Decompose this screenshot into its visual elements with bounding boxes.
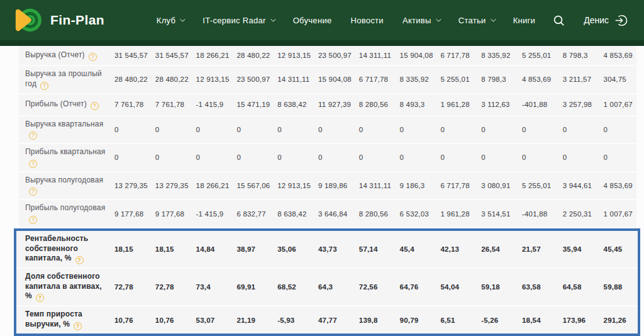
cell-value: 0 <box>522 126 563 133</box>
nav-item-5[interactable]: Активы <box>402 16 440 25</box>
cell-value: 0 <box>318 154 359 161</box>
cell-value: 0 <box>481 126 522 133</box>
row-label: Прибыль полугодовая <box>19 200 114 227</box>
cell-value: 3 257,98 <box>563 101 604 108</box>
cell-value: 0 <box>277 126 318 133</box>
cell-value: 2 250,31 <box>563 210 604 218</box>
cell-value: 14 311,11 <box>277 76 318 83</box>
user-menu[interactable]: Денис <box>584 14 628 27</box>
fin-plan-logo-icon <box>13 7 42 33</box>
cell-value: 15 567,06 <box>236 182 277 189</box>
help-icon[interactable] <box>89 53 97 61</box>
cell-value: 72,56 <box>359 283 400 291</box>
chevron-down-icon <box>436 16 441 21</box>
help-icon[interactable] <box>29 132 37 140</box>
cell-value: 57,14 <box>359 245 400 253</box>
cell-value: 0 <box>604 154 636 161</box>
cell-value: 18,54 <box>522 316 563 324</box>
row-label: Рентабельность собственного капитала, % <box>19 231 114 267</box>
row-label: Темп прироста выручки, % <box>19 306 114 333</box>
table-row: Рентабельность собственного капитала, % … <box>16 231 638 267</box>
cell-value: 8 638,42 <box>277 210 318 218</box>
cell-value: 31 545,57 <box>114 52 155 59</box>
cell-value: 13 279,35 <box>155 182 196 189</box>
cell-value: 21,19 <box>236 316 277 324</box>
help-icon[interactable] <box>40 82 48 90</box>
cell-value: 35,06 <box>277 245 318 253</box>
cell-value: 73,4 <box>196 283 237 291</box>
cell-value: 47,77 <box>318 316 359 324</box>
search-button[interactable] <box>553 14 565 26</box>
cell-value: 9 189,86 <box>318 182 359 189</box>
cell-value: 1 007,67 <box>604 101 636 108</box>
nav-item-2[interactable]: IT-сервис Radar <box>203 16 274 25</box>
cell-value: 3 646,84 <box>318 210 359 218</box>
help-icon[interactable] <box>29 188 37 196</box>
cell-value: 8 638,42 <box>277 101 318 108</box>
help-icon[interactable] <box>29 160 37 168</box>
cell-value: 6 532,03 <box>400 210 441 218</box>
row-label-text: Прибыль (Отчет) <box>25 99 87 108</box>
cell-value: 8 493,3 <box>400 101 441 108</box>
cell-value: 0 <box>359 126 400 133</box>
cell-value: 18 266,21 <box>196 52 237 59</box>
cell-value: 64,3 <box>318 283 359 291</box>
nav-item-4[interactable]: Новости <box>350 16 383 25</box>
table-row: Выручка (Отчет) 31 545,5731 545,5718 266… <box>19 46 636 65</box>
cell-value: 0 <box>440 126 481 133</box>
cell-value: 38,97 <box>236 245 277 253</box>
cell-value: 12 913,15 <box>196 76 237 83</box>
cell-value: 18 266,21 <box>196 182 237 189</box>
cell-value: 0 <box>481 154 522 161</box>
cell-value: 0 <box>114 126 155 133</box>
cell-value: 59,18 <box>481 283 522 291</box>
cell-value: 68,52 <box>277 283 318 291</box>
help-icon[interactable] <box>74 322 82 330</box>
cell-value: 14 311,11 <box>359 52 400 59</box>
cell-value: 11 927,39 <box>318 101 359 108</box>
help-icon[interactable] <box>29 216 37 224</box>
nav-item-label: Статьи <box>458 16 486 25</box>
chevron-down-icon <box>491 16 496 21</box>
help-icon[interactable] <box>91 102 99 110</box>
nav-item-label: Клуб <box>157 16 175 25</box>
cell-value: 0 <box>236 126 277 133</box>
cell-value: 69,91 <box>236 283 277 291</box>
cell-value: 59,88 <box>604 283 638 291</box>
nav-item-6[interactable]: Статьи <box>458 16 494 25</box>
main-nav: КлубIT-сервис RadarОбучениеНовостиАктивы… <box>157 16 535 25</box>
financials-table: Выручка (Отчет) 31 545,5731 545,5718 266… <box>0 46 644 336</box>
cell-value: 6 717,78 <box>359 76 400 83</box>
cell-value: 42,13 <box>440 245 481 253</box>
cell-value: 3 944,61 <box>563 182 604 189</box>
cell-value: 9 177,68 <box>155 210 196 218</box>
cell-value: 90,79 <box>400 316 441 324</box>
cell-value: 0 <box>440 154 481 161</box>
user-name: Денис <box>584 15 609 25</box>
cell-value: 0 <box>114 154 155 161</box>
nav-item-7[interactable]: Книги <box>513 16 536 25</box>
table-row: Прибыль полугодовая 9 177,689 177,68-1 4… <box>19 200 636 227</box>
cell-value: 72,78 <box>114 283 155 291</box>
cell-value: -5,26 <box>481 316 522 324</box>
nav-item-label: Обучение <box>293 16 332 25</box>
nav-item-1[interactable]: Клуб <box>157 16 184 25</box>
nav-item-3[interactable]: Обучение <box>293 16 332 25</box>
nav-item-label: Новости <box>350 16 383 25</box>
brand-logo[interactable]: Fin-Plan <box>13 7 104 33</box>
cell-value: 26,54 <box>481 245 522 253</box>
cell-value: 28 480,22 <box>114 76 155 83</box>
help-icon[interactable] <box>36 294 44 302</box>
cell-value: 18,15 <box>155 245 196 253</box>
nav-item-label: Активы <box>402 16 431 25</box>
search-icon <box>553 14 565 26</box>
row-label: Выручка полугодовая <box>19 172 114 199</box>
cell-value: 72,78 <box>155 283 196 291</box>
cell-value: 0 <box>155 154 196 161</box>
cell-value: 31 545,57 <box>155 52 196 59</box>
cell-value: 45,4 <box>400 245 441 253</box>
cell-value: 54,04 <box>440 283 481 291</box>
help-icon[interactable] <box>75 256 84 264</box>
cell-value: 291,26 <box>604 316 638 324</box>
cell-value: 0 <box>400 126 441 133</box>
